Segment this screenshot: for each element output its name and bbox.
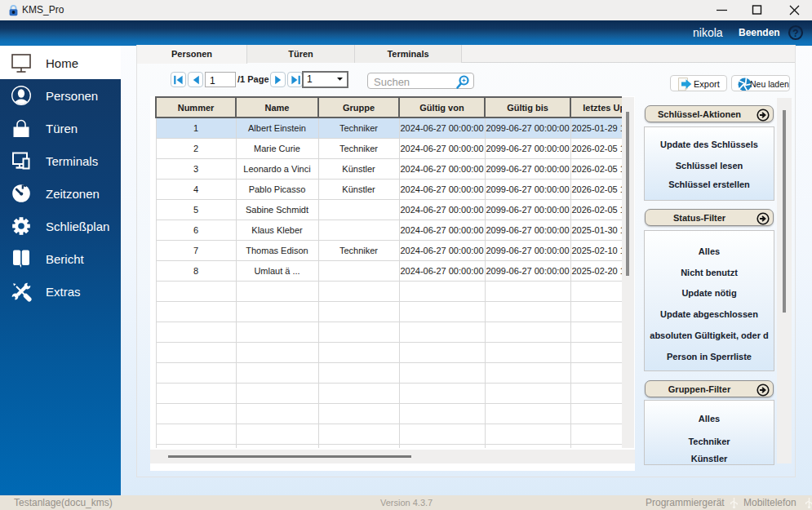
svg-text:?: ? — [792, 28, 798, 39]
